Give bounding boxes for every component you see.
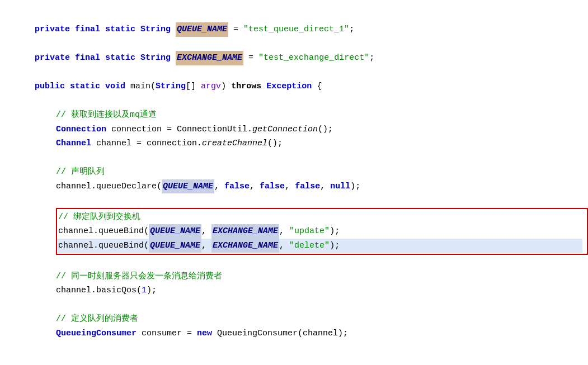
param-argv: argv [201, 79, 221, 94]
blank-line [34, 151, 588, 165]
keyword-private: private [35, 22, 75, 37]
code-line-2: private final static String EXCHANGE_NAM… [34, 51, 588, 65]
code-line-main: public static void main(String[] argv) t… [34, 79, 588, 94]
blank-line [34, 94, 588, 108]
keyword-final: final [75, 22, 105, 37]
code-viewer: private final static String QUEUE_NAME =… [17, 11, 588, 365]
code-line-queue-bind-delete: channel.queueBind(QUEUE_NAME, EXCHANGE_N… [57, 239, 582, 253]
blank-line [34, 65, 588, 80]
boxed-section: // 绑定队列到交换机 channel.queueBind(QUEUE_NAME… [56, 208, 588, 255]
blank-line [34, 298, 588, 312]
code-line-basicqos: channel.basicQos(1); [34, 283, 588, 298]
blank-line [34, 193, 588, 208]
comment-declare-queue: // 声明队列 [34, 165, 588, 179]
code-line-queue-bind-update: channel.queueBind(QUEUE_NAME, EXCHANGE_N… [57, 224, 582, 239]
keyword-throws: throws [231, 79, 266, 94]
blank-line [34, 37, 588, 51]
var-exchange-name: EXCHANGE_NAME [176, 51, 243, 65]
var-queue-name-bind1: QUEUE_NAME [149, 224, 201, 239]
var-queue-name-bind2: QUEUE_NAME [149, 239, 201, 253]
blank-line [34, 255, 588, 269]
code-line-1: private final static String QUEUE_NAME =… [34, 22, 588, 37]
var-queue-name: QUEUE_NAME [176, 22, 228, 37]
keyword-static: static [105, 22, 140, 37]
var-queue-name-ref: QUEUE_NAME [162, 179, 214, 194]
comment-consumer: // 定义队列的消费者 [34, 312, 588, 326]
method-main: main [130, 79, 150, 94]
method-getconnection: getConnection [252, 122, 318, 137]
comment-basicqos: // 同一时刻服务器只会发一条消息给消费者 [34, 269, 588, 284]
comment-bind-queue: // 绑定队列到交换机 [57, 210, 582, 225]
str-exchange-value: "test_exchange_direct" [258, 51, 369, 65]
code-line-channel: Channel channel = connection.createChann… [34, 136, 588, 151]
comment-get-connection: // 获取到连接以及mq通道 [34, 108, 588, 122]
code-line-consumer: QueueingConsumer consumer = new Queueing… [34, 326, 588, 341]
var-exchange-name-bind1: EXCHANGE_NAME [211, 224, 279, 239]
code-line-queue-declare: channel.queueDeclare(QUEUE_NAME, false, … [34, 179, 588, 194]
type-string: String [140, 22, 176, 37]
var-exchange-name-bind2: EXCHANGE_NAME [211, 239, 279, 253]
method-createchannel: createChannel [202, 136, 267, 151]
str-queue-value: "test_queue_direct_1" [243, 22, 349, 37]
code-line-connection: Connection connection = ConnectionUtil.g… [34, 122, 588, 137]
